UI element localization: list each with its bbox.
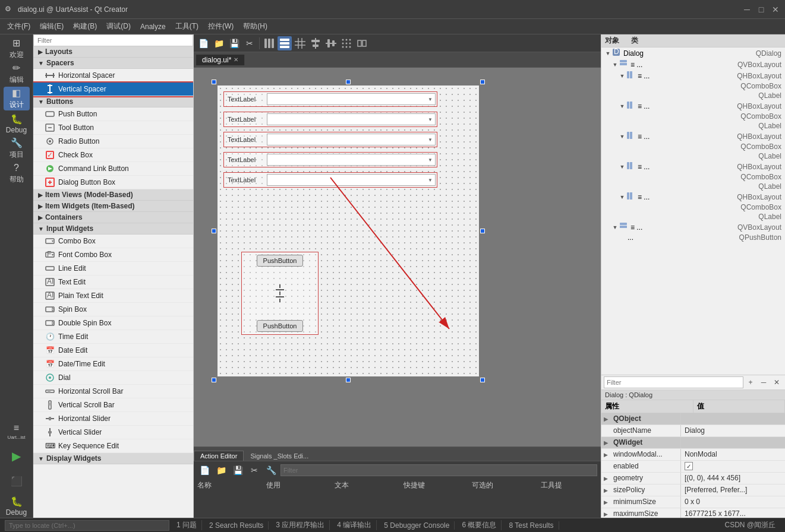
sidebar-design[interactable]: ◧ 设计 xyxy=(4,87,30,110)
prop-close-btn[interactable]: ✕ xyxy=(771,376,783,388)
design-canvas[interactable]: TextLabel ▼ TextLabel ▼ xyxy=(194,68,601,446)
widget-item-dialog-button-box[interactable]: Dialog Button Box xyxy=(33,176,193,189)
widget-item-push-button[interactable]: Push Button xyxy=(33,107,193,121)
prop-minimumsize-value[interactable]: 0 x 0 xyxy=(681,496,785,508)
sidebar-uartlist[interactable]: ≡ Uart...ist xyxy=(4,419,30,443)
tree-row-hboxlayout3[interactable]: ▼ ≡ ... QHBoxLayout xyxy=(601,131,785,142)
prop-geometry-expand[interactable]: ▶ xyxy=(601,473,610,484)
widget-item-dial[interactable]: Dial xyxy=(33,371,193,385)
file-tab-close-icon[interactable]: ✕ xyxy=(234,56,238,63)
sidebar-edit[interactable]: ✏ 编辑 xyxy=(4,62,30,86)
bottom-toolbar-btn2[interactable]: 📁 xyxy=(214,463,228,477)
sidebar-help[interactable]: ? 帮助 xyxy=(4,162,30,185)
prop-geometry-value[interactable]: [(0, 0), 444 x 456] xyxy=(681,473,785,484)
prop-qwidget-expand[interactable]: ▶ xyxy=(601,437,610,448)
toolbar-folder-icon[interactable]: 📁 xyxy=(212,36,226,50)
toolbar-align-icon[interactable] xyxy=(308,36,323,50)
bottom-tab-signals-slots[interactable]: Signals _Slots Edi... xyxy=(244,451,315,461)
tree-row-combobox5[interactable]: ▼ QComboBox xyxy=(601,202,785,212)
widget-item-vertical-scroll-bar[interactable]: Vertical Scroll Bar xyxy=(33,398,193,412)
push-button-top[interactable]: PushButton xyxy=(257,255,304,267)
tree-row-pushbutton[interactable]: ▼ ... QPushButton xyxy=(601,233,785,242)
status-compile-output[interactable]: 4 编译输出 xyxy=(332,520,377,530)
tree-row-label5[interactable]: ▼ QLabel xyxy=(601,212,785,221)
menu-debug[interactable]: 调试(D) xyxy=(102,20,135,33)
sidebar-debug2[interactable]: 🐛 Debug xyxy=(4,494,30,518)
toolbar-save-icon[interactable]: 💾 xyxy=(227,36,241,50)
bottom-filter-input[interactable] xyxy=(280,464,597,476)
tree-row-vboxlayout2[interactable]: ▼ ≡ ... QVBoxLayout xyxy=(601,221,785,233)
minimize-button[interactable]: ─ xyxy=(742,5,752,14)
bottom-toolbar-btn1[interactable]: 📄 xyxy=(197,463,212,477)
prop-maximumsize-expand[interactable]: ▶ xyxy=(601,508,610,518)
status-debugger-console[interactable]: 5 Debugger Console xyxy=(379,521,455,530)
category-containers[interactable]: ▶ Containers xyxy=(33,212,193,223)
prop-windowmodal-expand[interactable]: ▶ xyxy=(601,449,610,460)
push-button-bottom[interactable]: PushButton xyxy=(257,320,304,332)
prop-min-btn[interactable]: ─ xyxy=(758,376,770,388)
menu-build[interactable]: 构建(B) xyxy=(68,20,102,33)
tree-row-hboxlayout2[interactable]: ▼ ≡ ... QHBoxLayout xyxy=(601,100,785,112)
file-tab-dialog-ui[interactable]: dialog.ui* ✕ xyxy=(196,55,245,65)
selection-handle-tr[interactable] xyxy=(480,80,485,84)
category-spacers[interactable]: ▼ Spacers xyxy=(33,58,193,69)
selection-handle-bl[interactable] xyxy=(212,378,216,382)
menu-analyze[interactable]: Analyze xyxy=(135,21,171,32)
menu-file[interactable]: 文件(F) xyxy=(2,20,35,33)
widget-item-command-link-button[interactable]: Command Link Button xyxy=(33,162,193,176)
toolbar-cut-icon[interactable]: ✂ xyxy=(242,36,257,50)
widget-item-line-edit[interactable]: Line Edit xyxy=(33,262,193,276)
widget-item-radio-button[interactable]: Radio Button xyxy=(33,135,193,148)
widget-item-tool-button[interactable]: Tool Button xyxy=(33,121,193,135)
tree-row-hboxlayout1[interactable]: ▼ ≡ ... QHBoxLayout xyxy=(601,70,785,81)
widget-filter-input[interactable] xyxy=(33,34,193,46)
widget-item-key-sequence-edit[interactable]: ⌨ Key Sequence Edit xyxy=(33,439,193,453)
toolbar-layout-v-icon[interactable] xyxy=(278,36,292,50)
status-overview[interactable]: 6 概要信息 xyxy=(457,520,502,530)
selection-handle-tm[interactable] xyxy=(346,80,351,84)
status-app-output[interactable]: 3 应用程序输出 xyxy=(271,520,330,530)
widget-item-horizontal-spacer[interactable]: Horizontal Spacer xyxy=(33,69,193,83)
tree-row-combobox2[interactable]: ▼ QComboBox xyxy=(601,112,785,121)
tree-row-hboxlayout4[interactable]: ▼ ≡ ... QHBoxLayout xyxy=(601,161,785,172)
toolbar-layout-h-icon[interactable] xyxy=(262,36,276,50)
sidebar-project[interactable]: 🔧 项目 xyxy=(4,137,30,160)
tree-row-combobox4[interactable]: ▼ QComboBox xyxy=(601,172,785,182)
widget-item-horizontal-scroll-bar[interactable]: Horizontal Scroll Bar xyxy=(33,385,193,398)
widget-item-spin-box[interactable]: Spin Box xyxy=(33,303,193,316)
widget-item-date-time-edit[interactable]: 📅 Date/Time Edit xyxy=(33,357,193,371)
bottom-toolbar-btn4[interactable]: ✂ xyxy=(247,463,261,477)
toolbar-grid-dots-icon[interactable] xyxy=(339,36,354,50)
prop-sizepolicy-expand[interactable]: ▶ xyxy=(601,484,610,496)
widget-item-plain-text-edit[interactable]: AI Plain Text Edit xyxy=(33,289,193,303)
menu-help[interactable]: 帮助(H) xyxy=(238,20,272,33)
form-combo-2[interactable]: ▼ xyxy=(267,113,436,125)
close-button[interactable]: ✕ xyxy=(771,5,780,14)
prop-add-btn[interactable]: + xyxy=(745,376,756,388)
maximize-button[interactable]: □ xyxy=(756,5,766,14)
menu-widgets[interactable]: 控件(W) xyxy=(203,20,238,33)
menu-tools[interactable]: 工具(T) xyxy=(171,20,203,33)
form-combo-1[interactable]: ▼ xyxy=(267,93,436,105)
form-combo-5[interactable]: ▼ xyxy=(267,174,436,186)
category-display-widgets[interactable]: ▼ Display Widgets xyxy=(33,453,193,464)
widget-item-double-spin-box[interactable]: Double Spin Box xyxy=(33,316,193,330)
category-buttons[interactable]: ▼ Buttons xyxy=(33,96,193,107)
toolbar-layout-grid-icon[interactable] xyxy=(293,36,307,50)
widget-item-vertical-spacer[interactable]: Vertical Spacer xyxy=(33,83,193,96)
widget-item-font-combo-box[interactable]: F Font Combo Box xyxy=(33,248,193,262)
widget-item-check-box[interactable]: ✓ Check Box xyxy=(33,148,193,162)
bottom-tab-action-editor[interactable]: Action Editor xyxy=(194,451,244,461)
widget-item-time-edit[interactable]: 🕐 Time Edit xyxy=(33,330,193,344)
toolbar-align2-icon[interactable] xyxy=(324,36,338,50)
selection-handle-ml[interactable] xyxy=(212,229,216,233)
category-item-views[interactable]: ▶ Item Views (Model-Based) xyxy=(33,189,193,201)
bottom-toolbar-btn3[interactable]: 💾 xyxy=(231,463,245,477)
widget-item-vertical-slider[interactable]: Vertical Slider xyxy=(33,426,193,439)
locate-input[interactable] xyxy=(5,520,169,531)
sidebar-debug[interactable]: 🐛 Debug xyxy=(4,112,30,135)
widget-item-text-edit[interactable]: AI Text Edit xyxy=(33,276,193,289)
prop-maximumsize-value[interactable]: 16777215 x 1677... xyxy=(681,508,785,518)
prop-objectname-value[interactable]: Dialog xyxy=(681,425,785,436)
tree-row-combobox3[interactable]: ▼ QComboBox xyxy=(601,142,785,151)
